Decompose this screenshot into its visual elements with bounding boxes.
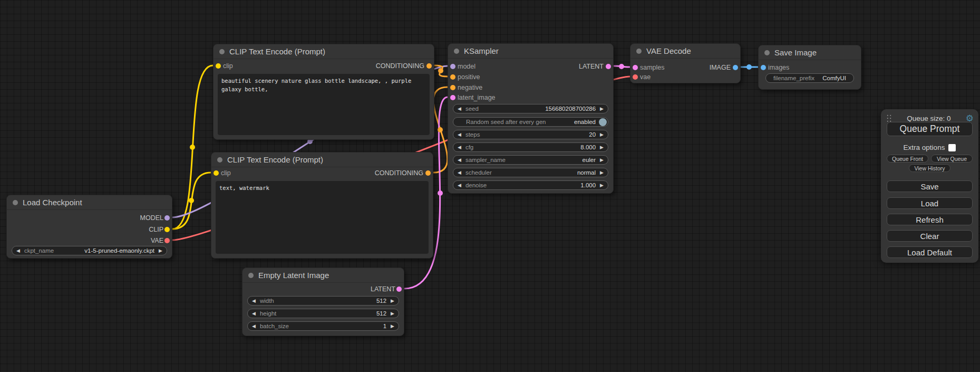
increment-arrow-icon[interactable]: ▶ [391,299,394,303]
clear-button[interactable]: Clear [887,230,973,242]
batch-size-widget[interactable]: ◀ batch_size 1 ▶ [247,321,399,331]
denoise-widget[interactable]: ◀ denoise 1.000 ▶ [453,180,608,190]
decrement-arrow-icon[interactable]: ◀ [252,299,256,303]
decrement-arrow-icon[interactable]: ◀ [458,158,461,163]
decrement-arrow-icon[interactable]: ◀ [252,324,256,329]
filename-prefix-widget[interactable]: filename_prefix ComfyUI [765,73,854,83]
input-slot-dot-clip[interactable] [214,170,219,176]
steps-widget[interactable]: ◀ steps 20 ▶ [453,130,608,139]
toggle-dot-icon[interactable] [599,118,607,126]
random-seed-toggle-widget[interactable]: Random seed after every gen enabled [453,117,608,127]
input-slot-dot-positive[interactable] [450,74,455,80]
input-slot-label-clip: clip [223,62,233,70]
collapse-dot-icon[interactable] [217,157,222,163]
negative-prompt-textarea[interactable]: text, watermark [216,181,429,254]
refresh-button[interactable]: Refresh [887,214,973,225]
output-slot-dot-clip[interactable] [164,227,170,232]
increment-arrow-icon[interactable]: ▶ [600,145,604,150]
input-slot-dot-vae[interactable] [633,74,638,80]
output-slot-label-latent: LATENT [371,285,395,293]
collapse-dot-icon[interactable] [219,49,225,54]
widget-value: v1-5-pruned-emaonly.ckpt [84,247,154,254]
output-slot-dot-model[interactable] [164,215,170,221]
node-title-bar[interactable]: Load Checkpoint [7,195,172,210]
node-title-bar[interactable]: CLIP Text Encode (Prompt) [211,152,433,167]
input-slot-dot-negative[interactable] [450,85,455,90]
increment-arrow-icon[interactable]: ▶ [600,170,604,175]
node-save-image[interactable]: Save Image images filename_prefix ComfyU… [758,45,861,90]
widget-label: denoise [465,182,487,188]
node-title-bar[interactable]: VAE Decode [630,44,740,59]
seed-widget[interactable]: ◀ seed 156680208700286 ▶ [453,104,608,113]
widget-value: 20 [589,131,596,138]
increment-arrow-icon[interactable]: ▶ [600,158,604,163]
output-slot-dot-latent[interactable] [606,64,611,69]
output-slot-dot-conditioning[interactable] [425,170,431,176]
link-midpoint-dot [438,127,443,132]
collapse-dot-icon[interactable] [248,273,254,278]
input-slot-dot-model[interactable] [450,64,455,69]
settings-gear-icon[interactable]: ⚙ [966,114,974,123]
increment-arrow-icon[interactable]: ▶ [391,324,394,329]
queue-front-button[interactable]: Queue Front [887,155,928,163]
node-clip-text-encode-negative[interactable]: CLIP Text Encode (Prompt) clip CONDITION… [211,152,433,259]
node-empty-latent-image[interactable]: Empty Latent Image LATENT ◀ width 512 ▶ … [242,268,404,336]
load-button[interactable]: Load [887,197,973,209]
collapse-dot-icon[interactable] [764,50,770,55]
input-slot-dot-images[interactable] [761,65,766,70]
widget-value: 512 [376,310,386,317]
height-widget[interactable]: ◀ height 512 ▶ [247,309,399,318]
node-title: Empty Latent Image [258,271,329,280]
input-slot-dot-samples[interactable] [633,65,638,70]
output-slot-dot-image[interactable] [733,65,738,70]
decrement-arrow-icon[interactable]: ◀ [458,145,461,150]
increment-arrow-icon[interactable]: ▶ [600,183,604,188]
node-title-bar[interactable]: KSampler [448,44,613,59]
decrement-arrow-icon[interactable]: ◀ [252,311,256,316]
load-default-button[interactable]: Load Default [887,246,973,258]
node-ksampler[interactable]: KSampler model positive negative latent_… [448,43,614,194]
increment-arrow-icon[interactable]: ▶ [159,249,162,253]
decrement-arrow-icon[interactable]: ◀ [458,107,461,111]
output-slot-label-vae: VAE [151,237,163,244]
cfg-widget[interactable]: ◀ cfg 8.000 ▶ [453,142,608,152]
node-clip-text-encode-positive[interactable]: CLIP Text Encode (Prompt) clip CONDITION… [213,44,434,140]
width-widget[interactable]: ◀ width 512 ▶ [247,296,399,306]
collapse-dot-icon[interactable] [13,200,18,205]
node-load-checkpoint[interactable]: Load Checkpoint MODEL CLIP VAE ◀ ckpt_na… [6,195,172,259]
input-slot-dot-latent-image[interactable] [450,95,455,100]
node-title: Load Checkpoint [23,198,82,207]
increment-arrow-icon[interactable]: ▶ [600,132,604,137]
comfyui-canvas[interactable]: { "icons": { "left_arrow": "◀", "right_a… [0,0,980,372]
view-queue-button[interactable]: View Queue [931,155,973,163]
increment-arrow-icon[interactable]: ▶ [600,107,604,111]
decrement-arrow-icon[interactable]: ◀ [458,183,461,188]
queue-size-label: Queue size: 0 [892,115,966,122]
node-title-bar[interactable]: Save Image [759,45,861,60]
positive-prompt-textarea[interactable]: beautiful scenery nature glass bottle la… [218,74,430,135]
node-title-bar[interactable]: CLIP Text Encode (Prompt) [214,44,434,59]
decrement-arrow-icon[interactable]: ◀ [16,249,20,253]
output-slot-dot-conditioning[interactable] [426,63,432,69]
save-button[interactable]: Save [887,180,973,192]
increment-arrow-icon[interactable]: ▶ [391,311,394,316]
drag-handle-icon[interactable] [886,114,892,123]
sampler-name-widget[interactable]: ◀ sampler_name euler ▶ [453,155,608,165]
output-slot-dot-vae[interactable] [164,238,170,243]
collapse-dot-icon[interactable] [636,49,642,54]
extra-options-checkbox[interactable] [948,144,956,151]
decrement-arrow-icon[interactable]: ◀ [458,132,461,137]
node-title-bar[interactable]: Empty Latent Image [242,268,404,283]
queue-prompt-button[interactable]: Queue Prompt [887,122,973,136]
node-vae-decode[interactable]: VAE Decode samples vae IMAGE [630,43,741,83]
collapse-dot-icon[interactable] [454,49,459,54]
node-title: VAE Decode [646,46,691,55]
decrement-arrow-icon[interactable]: ◀ [458,170,461,175]
view-history-button[interactable]: View History [909,164,950,172]
input-slot-dot-clip[interactable] [216,63,221,69]
scheduler-widget[interactable]: ◀ scheduler normal ▶ [453,168,608,177]
widget-label: width [260,298,274,304]
output-slot-label-image: IMAGE [710,64,731,71]
output-slot-dot-latent[interactable] [396,287,402,292]
ckpt-name-widget[interactable]: ◀ ckpt_name v1-5-pruned-emaonly.ckpt ▶ [12,246,167,255]
